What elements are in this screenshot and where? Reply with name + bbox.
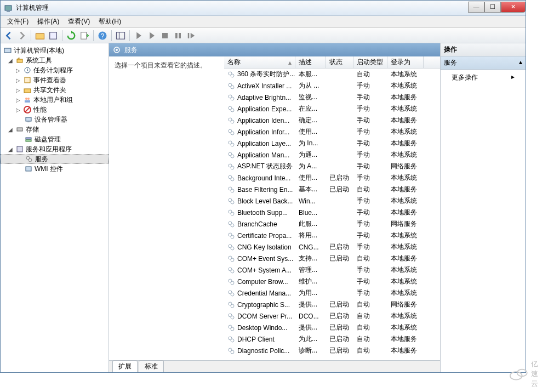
service-row[interactable]: Application Infor...使用...手动本地系统 (224, 126, 440, 138)
tree-eventviewer[interactable]: ▷事件查看器 (1, 75, 109, 85)
service-row[interactable]: Credential Mana...为用...手动本地系统 (224, 287, 440, 299)
menu-action[interactable]: 操作(A) (33, 16, 64, 27)
tree-root[interactable]: 计算机管理(本地) (1, 46, 109, 55)
service-row[interactable]: Adaptive Brightn...监视...手动本地服务 (224, 92, 440, 103)
menu-view[interactable]: 查看(V) (64, 16, 94, 27)
svg-rect-23 (26, 117, 31, 121)
service-icon (227, 313, 235, 320)
play-icon[interactable] (133, 30, 145, 42)
col-name[interactable]: 名称▴ (224, 56, 295, 68)
service-row[interactable]: Cryptographic S...提供...已启动自动网络服务 (224, 299, 440, 310)
service-row[interactable]: Computer Brow...维护...手动本地系统 (224, 276, 440, 287)
tree-pane[interactable]: 计算机管理(本地) ◢系统工具 ▷任务计划程序 ▷事件查看器 ▷共享文件夹 ▷本… (1, 43, 109, 372)
tree-perf[interactable]: ▷性能 (1, 105, 109, 115)
service-icon (227, 209, 235, 217)
service-row[interactable]: Application Laye...为 In...手动本地服务 (224, 138, 440, 149)
svg-point-81 (231, 339, 234, 342)
service-row[interactable]: ASP.NET 状态服务为 A...手动网络服务 (224, 161, 440, 172)
tree-wmi[interactable]: WMI 控件 (1, 164, 109, 174)
menu-file[interactable]: 文件(F) (3, 16, 33, 27)
svg-rect-9 (162, 33, 168, 38)
pause-icon[interactable] (172, 30, 184, 42)
window-controls: — ☐ ✕ (468, 4, 526, 13)
service-row[interactable]: ActiveX Installer ...为从 ...手动本地系统 (224, 80, 440, 92)
tree-shared[interactable]: ▷共享文件夹 (1, 85, 109, 95)
tree-tasksched[interactable]: ▷任务计划程序 (1, 65, 109, 75)
service-row[interactable]: Desktop Windo...提供...已启动自动本地系统 (224, 322, 440, 333)
service-row[interactable]: Certificate Propa...将用...手动本地系统 (224, 230, 440, 241)
app-icon (4, 4, 13, 13)
service-row[interactable]: BranchCache此服...手动网络服务 (224, 218, 440, 230)
svg-rect-0 (5, 5, 12, 10)
tree-users[interactable]: ▷本地用户和组 (1, 95, 109, 105)
service-row[interactable]: Base Filtering En...基本...已启动自动本地服务 (224, 184, 440, 195)
service-row[interactable]: Block Level Back...Win...手动本地系统 (224, 195, 440, 207)
col-status[interactable]: 状态 (326, 56, 353, 68)
tree-devmgr[interactable]: 设备管理器 (1, 115, 109, 124)
svg-text:?: ? (101, 32, 105, 40)
stop-icon[interactable] (159, 30, 171, 42)
service-row[interactable]: Application Expe...在应...手动本地系统 (224, 103, 440, 115)
svg-point-83 (231, 350, 234, 354)
tree-diskmgmt[interactable]: 磁盘管理 (1, 134, 109, 144)
service-row[interactable]: Application Iden...确定...手动本地服务 (224, 115, 440, 126)
maximize-button[interactable]: ☐ (484, 2, 501, 13)
tab-extended[interactable]: 扩展 (112, 360, 138, 372)
tree-storage[interactable]: ◢存储 (1, 124, 109, 134)
service-row[interactable]: COM+ System A...管理...手动本地系统 (224, 264, 440, 276)
refresh-icon[interactable] (65, 30, 77, 42)
service-icon (227, 117, 235, 124)
tree-services[interactable]: 服务 (1, 154, 109, 164)
properties-icon[interactable] (47, 30, 59, 42)
service-icon (227, 128, 235, 136)
tree-systools[interactable]: ◢系统工具 (1, 55, 109, 65)
close-button[interactable]: ✕ (501, 2, 526, 13)
service-row[interactable]: Application Man...为通...手动本地系统 (224, 149, 440, 161)
restart-icon[interactable] (185, 30, 197, 42)
center-title: 服务 (124, 46, 138, 55)
service-row[interactable]: Diagnostic Polic...诊断...已启动自动本地服务 (224, 345, 440, 356)
service-icon (227, 186, 235, 194)
center-pane: 服务 选择一个项目来查看它的描述。 名称▴ 描述 状态 启动类型 登录为 360… (109, 43, 441, 372)
svg-point-39 (231, 97, 234, 100)
menu-help[interactable]: 帮助(H) (94, 16, 125, 27)
svg-point-69 (231, 270, 234, 273)
svg-point-18 (25, 98, 27, 100)
service-row[interactable]: COM+ Event Sys...支持...已启动自动本地服务 (224, 253, 440, 264)
svg-rect-10 (175, 33, 178, 38)
actions-more[interactable]: 更多操作▸ (441, 70, 526, 86)
service-row[interactable]: DCOM Server Pr...DCO...已启动自动本地系统 (224, 310, 440, 322)
col-startup[interactable]: 启动类型 (353, 56, 387, 68)
service-row[interactable]: CNG Key IsolationCNG...已启动手动本地系统 (224, 241, 440, 253)
svg-rect-14 (17, 59, 22, 63)
service-row[interactable]: Background Inte...使用...已启动手动本地系统 (224, 172, 440, 184)
service-icon (227, 197, 235, 205)
folder-icon[interactable] (34, 30, 46, 42)
services-list[interactable]: 名称▴ 描述 状态 启动类型 登录为 360 杀毒实时防护...本服...自动本… (224, 56, 440, 360)
list-header[interactable]: 名称▴ 描述 状态 启动类型 登录为 (224, 56, 440, 69)
service-icon (227, 105, 235, 113)
panel-icon[interactable] (115, 30, 127, 42)
service-row[interactable]: Bluetooth Supp...Blue...手动本地服务 (224, 207, 440, 218)
service-row[interactable]: DHCP Client为此...已启动自动本地服务 (224, 333, 440, 345)
svg-point-35 (231, 74, 234, 77)
svg-rect-12 (188, 33, 190, 38)
tree-svcapps[interactable]: ◢服务和应用程序 (1, 144, 109, 154)
service-row[interactable]: 360 杀毒实时防护...本服...自动本地系统 (224, 69, 440, 80)
tab-standard[interactable]: 标准 (139, 360, 164, 372)
forward-button[interactable] (16, 30, 28, 42)
svg-rect-1 (7, 11, 10, 12)
watermark: 亿速云 (509, 359, 544, 389)
col-desc[interactable]: 描述 (295, 56, 326, 68)
export-icon[interactable] (78, 30, 90, 42)
help-icon[interactable]: ? (96, 30, 109, 42)
back-button[interactable] (3, 30, 15, 42)
svg-rect-17 (24, 89, 31, 93)
actions-group[interactable]: 服务▴ (441, 56, 526, 70)
menubar: 文件(F) 操作(A) 查看(V) 帮助(H) (1, 16, 526, 28)
service-icon (227, 289, 235, 297)
minimize-button[interactable]: — (468, 2, 484, 13)
col-logon[interactable]: 登录为 (387, 56, 424, 68)
svg-rect-28 (17, 146, 22, 152)
play2-icon[interactable] (146, 30, 158, 42)
